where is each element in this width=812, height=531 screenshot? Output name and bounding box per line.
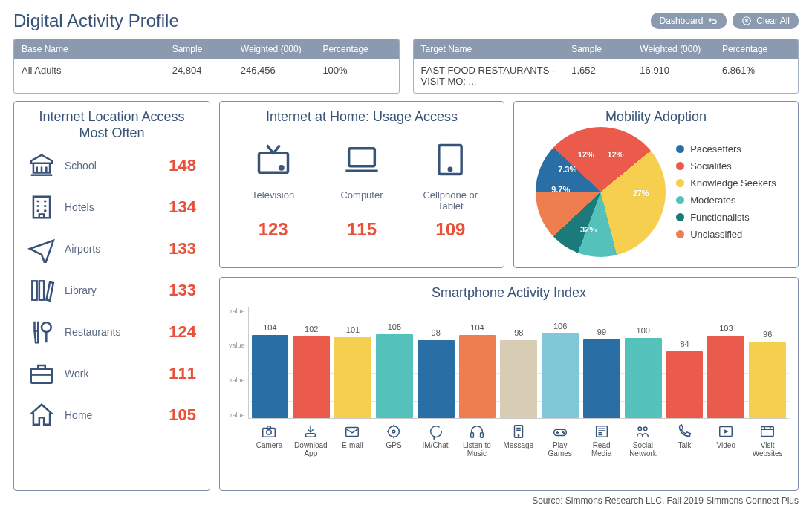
svg-rect-5 <box>31 369 53 383</box>
bar-label: E-mail <box>334 441 371 449</box>
svg-rect-8 <box>349 148 375 166</box>
bar: 103 <box>707 336 744 417</box>
bar-column: 102 <box>293 336 330 417</box>
header-buttons: Dashboard Clear All <box>651 13 799 29</box>
building-icon <box>27 193 56 221</box>
bar-value: 104 <box>470 323 484 332</box>
dashboard-button[interactable]: Dashboard <box>651 13 727 29</box>
video-icon <box>715 423 736 440</box>
home-usage-item: Cellphone or Tablet 109 <box>409 140 491 240</box>
svg-point-22 <box>562 431 563 432</box>
bar-chart-y-axis: valuevaluevaluevalue <box>229 307 248 419</box>
svg-rect-28 <box>761 426 774 436</box>
svg-rect-13 <box>306 433 316 437</box>
activity-index-title: Smartphone Activity Index <box>229 285 789 302</box>
legend-label: Unclassified <box>690 229 742 240</box>
location-item: Library 133 <box>27 276 196 304</box>
location-item: Work 111 <box>27 359 196 388</box>
target-header-name: Target Name <box>421 44 572 54</box>
bar-column: 104 <box>252 335 289 417</box>
legend-label: Moderates <box>690 195 735 206</box>
message-icon <box>508 423 529 440</box>
base-header-percentage: Percentage <box>322 44 391 54</box>
pie-slice-label: 27% <box>633 189 649 198</box>
bar-label: Download App <box>292 441 329 457</box>
social-icon <box>632 423 653 440</box>
download-app-icon <box>300 423 321 440</box>
clear-all-button[interactable]: Clear All <box>733 13 799 29</box>
pie-slice-label: 12% <box>578 150 594 159</box>
bar-column: 105 <box>376 334 413 418</box>
bar-column: 84 <box>666 351 704 418</box>
home-icon <box>27 401 56 429</box>
bar: 104 <box>252 335 289 417</box>
source-footer: Source: Simmons Research LLC, Fall 2019 … <box>13 495 799 506</box>
location-label: Hotels <box>65 201 160 213</box>
legend-swatch <box>676 179 684 187</box>
pie-slice-label: 12% <box>608 150 624 159</box>
bar-label: Social Network <box>625 441 662 457</box>
legend-label: Pacesetters <box>690 143 741 154</box>
bar: 104 <box>459 335 496 417</box>
bar-column: 98 <box>418 340 455 418</box>
bar-value: 100 <box>637 326 650 335</box>
bar-column: 104 <box>459 335 496 417</box>
location-label: Home <box>65 409 160 421</box>
bar: 105 <box>376 334 413 418</box>
briefcase-icon <box>27 359 56 388</box>
legend-item: Functionalists <box>676 212 776 223</box>
mobility-pie-chart: 12%27%32%9.7%7.3%12% <box>536 127 666 257</box>
chat-icon <box>425 423 446 440</box>
gamepad-icon <box>550 423 571 440</box>
bar-label: Listen to Music <box>458 441 496 457</box>
books-icon <box>27 276 56 304</box>
location-value: 124 <box>169 322 196 342</box>
bar-label: Camera <box>251 441 288 449</box>
base-header-weighted: Weighted (000) <box>241 44 323 54</box>
location-label: Restaurants <box>65 326 160 338</box>
target-value-percentage: 6.861% <box>722 65 790 87</box>
location-value: 111 <box>169 364 196 383</box>
svg-rect-18 <box>480 432 483 437</box>
home-usage-label: Computer <box>321 189 403 215</box>
bar: 99 <box>583 339 620 418</box>
location-panel-title: Internet Location Access Most Often <box>23 109 201 141</box>
bar: 106 <box>542 333 579 418</box>
bar: 98 <box>418 340 455 418</box>
target-header-weighted: Weighted (000) <box>640 44 722 54</box>
base-value-weighted: 246,456 <box>241 65 323 76</box>
pie-slice-label: 7.3% <box>558 165 576 174</box>
airplane-icon <box>27 235 56 263</box>
header: Digital Activity Profile Dashboard Clear… <box>13 10 799 31</box>
bar-column: 98 <box>500 340 537 418</box>
y-axis-tick: value <box>229 377 245 384</box>
bar-label: Talk <box>666 441 703 449</box>
bar-label: Visit Websites <box>749 441 786 457</box>
y-axis-tick: value <box>229 342 245 349</box>
legend-swatch <box>676 145 684 153</box>
legend-swatch <box>676 196 684 204</box>
target-table: Target Name Sample Weighted (000) Percen… <box>413 39 799 94</box>
home-usage-label: Television <box>233 189 314 215</box>
svg-point-7 <box>279 166 282 169</box>
bar: 84 <box>666 351 704 418</box>
bar-value: 104 <box>263 323 276 332</box>
bar: 96 <box>749 342 786 418</box>
gps-icon <box>383 423 404 440</box>
svg-point-15 <box>389 426 400 437</box>
mobility-title: Mobility Adoption <box>523 109 789 126</box>
location-item: Airports 133 <box>27 235 196 263</box>
headphones-icon <box>467 423 487 440</box>
phone-icon <box>674 423 695 440</box>
base-value-name: All Adults <box>22 65 172 76</box>
bar-value: 105 <box>388 322 401 331</box>
bar: 101 <box>334 337 371 417</box>
bar-column: 100 <box>625 338 662 417</box>
bar-label: GPS <box>375 441 412 449</box>
email-icon <box>342 423 363 440</box>
legend-item: Pacesetters <box>676 143 776 154</box>
news-icon <box>591 423 612 440</box>
base-value-percentage: 100% <box>322 65 391 76</box>
svg-rect-17 <box>471 432 474 437</box>
location-label: Work <box>65 368 160 379</box>
